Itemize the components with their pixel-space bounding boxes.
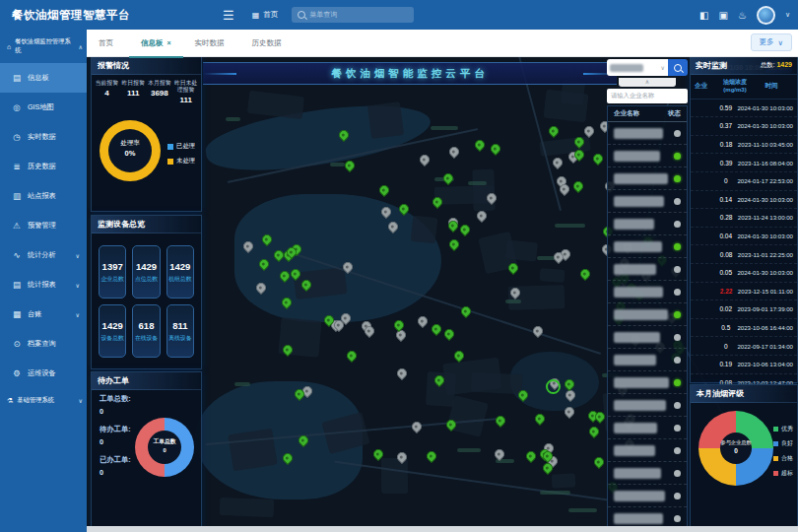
menu-search-input[interactable]: 菜单查询	[292, 7, 414, 23]
realtime-row[interactable]: 0.28 2023-11-24 13:00:00	[691, 209, 797, 228]
company-row[interactable]	[608, 349, 687, 371]
panel-title: 报警情况	[92, 57, 201, 75]
realtime-row[interactable]: 0.08 2023-11-01 22:25:00	[691, 245, 797, 264]
green-map-pin	[489, 142, 502, 156]
hamburger-menu-icon[interactable]: ☰	[223, 8, 234, 23]
sidebar-item-analysis[interactable]: ∿ 统计分析 ∨	[0, 240, 87, 270]
avatar[interactable]	[757, 6, 775, 25]
sidebar-item-realtime[interactable]: ◷ 实时数据	[0, 122, 87, 152]
company-row[interactable]	[608, 190, 687, 213]
tab-信息板[interactable]: 信息板×	[129, 30, 183, 58]
notification-icon[interactable]: ♨	[738, 10, 747, 21]
fullscreen-icon[interactable]: ▣	[718, 10, 727, 21]
realtime-row[interactable]: 0.02 2023-09-01 17:39:00	[691, 300, 797, 319]
company-row[interactable]	[608, 213, 687, 235]
concentration-value: 0.05	[714, 269, 737, 276]
board-icon: ▤	[12, 73, 22, 83]
legend-item: 未处理	[167, 157, 195, 166]
cluster-marker[interactable]	[546, 379, 561, 394]
map-place-label	[457, 448, 481, 452]
realtime-row[interactable]: 0.05 2024-01-30 10:03:00	[691, 264, 797, 283]
company-row[interactable]	[608, 258, 687, 281]
sidebar-item-device-ops[interactable]: ⚙ 运维设备	[0, 359, 87, 388]
map-place-label	[226, 117, 240, 121]
green-map-pin	[377, 183, 391, 197]
collapse-toggle[interactable]: ∧	[619, 78, 676, 87]
map-banner: 餐饮油烟智能监控云平台	[203, 62, 617, 85]
reading-time: 2024-01-30 10:03:00	[737, 269, 793, 276]
sidebar-item-alert[interactable]: ⚠ 预警管理	[0, 211, 87, 240]
more-button[interactable]: 更多∨	[751, 33, 793, 51]
tab-历史数据[interactable]: 历史数据	[240, 30, 298, 56]
blurred-company-name	[614, 196, 664, 207]
tab-首页[interactable]: 首页	[87, 30, 129, 56]
ledger-icon: ▦	[12, 309, 22, 319]
company-row[interactable]	[608, 122, 687, 145]
sidebar-item-site-report[interactable]: ▥ 站点报表	[0, 181, 87, 211]
company-row[interactable]	[608, 303, 687, 326]
company-row[interactable]	[608, 145, 687, 167]
concentration-value: 0.18	[714, 141, 738, 148]
realtime-row[interactable]: 0 2024-01-17 22:53:00	[691, 172, 797, 191]
green-map-pin	[494, 414, 507, 428]
company-row[interactable]	[608, 462, 687, 485]
sidebar-item-history[interactable]: ≣ 历史数据	[0, 152, 87, 181]
realtime-row[interactable]: 0.18 2023-11-10 03:45:00	[691, 136, 797, 155]
close-icon[interactable]: ×	[167, 39, 171, 46]
company-filter-select[interactable]: ∨	[607, 59, 668, 76]
horizontal-scrollbar[interactable]	[87, 526, 798, 532]
sidebar-item-map[interactable]: ◎ GIS地图	[0, 93, 87, 122]
company-row[interactable]	[608, 394, 687, 417]
breadcrumb[interactable]: ▦ 首页	[252, 10, 279, 20]
company-row[interactable]	[608, 326, 687, 349]
realtime-row[interactable]: 0.39 2023-11-16 08:04:00	[691, 154, 797, 172]
legend-label: 已处理	[176, 142, 195, 151]
map-banner-title: 餐饮油烟智能监控云平台	[236, 67, 583, 81]
site-report-icon: ▥	[12, 191, 22, 201]
sidebar-section-basic[interactable]: ⚗ 基础管理系统 ∨	[0, 388, 87, 413]
realtime-row[interactable]: 0.59 2024-01-30 10:03:00	[691, 100, 797, 118]
theme-icon[interactable]: ◧	[699, 10, 708, 21]
realtime-row[interactable]: 0 2022-09-17 01:34:00	[691, 337, 797, 356]
company-row[interactable]	[608, 281, 687, 303]
company-row[interactable]	[608, 417, 687, 439]
company-row[interactable]	[608, 235, 687, 258]
realtime-row[interactable]: 0.14 2024-01-30 10:03:00	[691, 191, 797, 210]
col-concentration[interactable]: 油烟浓度 (mg/m3)	[720, 79, 750, 95]
chevron-down-icon[interactable]: ∨	[785, 11, 790, 19]
workorder-stat: 待办工单: 0	[100, 425, 131, 446]
realtime-row[interactable]: 0.5 2023-10-06 16:44:00	[691, 319, 797, 338]
legend-item: 合格	[773, 454, 793, 463]
realtime-icon: ◷	[12, 132, 22, 142]
stat-value: 618	[139, 320, 155, 331]
chevron-down-icon: ∨	[76, 311, 80, 318]
sidebar-item-stat-report[interactable]: ▤ 统计报表 ∨	[0, 270, 87, 299]
legend-label: 合格	[781, 454, 793, 463]
sidebar-section-catering[interactable]: ⌂ 餐饮油烟监控管理系统 ∧	[0, 30, 87, 63]
company-row[interactable]	[608, 439, 687, 462]
company-row[interactable]	[608, 371, 687, 394]
sidebar-item-ledger[interactable]: ▦ 台账 ∨	[0, 299, 87, 329]
status-dot	[674, 447, 681, 454]
tab-实时数据[interactable]: 实时数据	[183, 30, 240, 56]
sidebar-item-board[interactable]: ▤ 信息板	[0, 63, 87, 93]
status-dot	[674, 493, 681, 499]
col-time[interactable]: 时间	[750, 82, 793, 91]
realtime-row[interactable]: 0.04 2024-01-30 10:03:00	[691, 228, 797, 246]
col-company[interactable]: 企业	[695, 82, 720, 91]
legend-swatch	[773, 441, 778, 446]
realtime-row[interactable]: 2.22 2023-12-15 01:11:00	[691, 283, 797, 301]
concentration-value: 0.08	[714, 251, 738, 258]
alarm-stat: 昨日报警 111	[120, 80, 147, 104]
company-search-button[interactable]	[668, 59, 688, 76]
realtime-row[interactable]: 0.37 2024-01-30 10:03:00	[691, 117, 797, 136]
panel-title: 待办工单	[92, 372, 201, 390]
company-name-input[interactable]: 请输入企业名称	[607, 89, 688, 103]
company-row[interactable]	[608, 485, 687, 507]
stat-value: 0	[100, 407, 131, 416]
sidebar-item-archive[interactable]: ⊙ 档案查询	[0, 329, 87, 359]
alert-icon: ⚠	[12, 221, 22, 231]
realtime-row[interactable]: 0.19 2023-10-06 13:04:00	[691, 356, 797, 374]
donut-center-value: 0	[734, 447, 738, 454]
company-row[interactable]	[608, 167, 687, 190]
